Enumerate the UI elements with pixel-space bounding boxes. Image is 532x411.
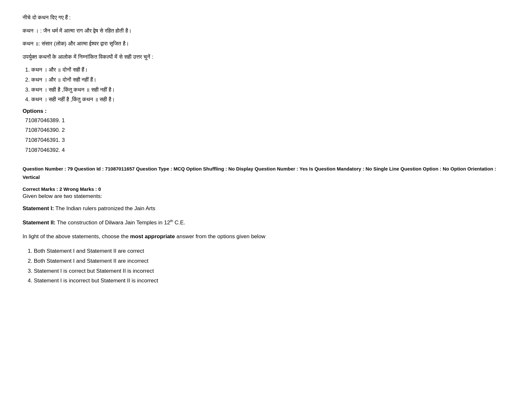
hindi-numbered-option-1: 1. कथन । और ॥ दोनों सही हैं। [25, 65, 509, 75]
in-light-paragraph: In light of the above statements, choose… [23, 232, 509, 241]
statement-1: Statement I: The Indian rulers patronize… [23, 204, 509, 213]
english-option-4: 4. Statement I is incorrect but Statemen… [28, 276, 509, 286]
english-option-1: 1. Both Statement I and Statement II are… [28, 246, 509, 256]
option-value-1: 71087046389. 1 [25, 116, 509, 126]
in-light-suffix: answer from the options given below [175, 233, 265, 240]
statement-2: Statement II: The construction of Dilwar… [23, 218, 509, 228]
statement1-label: Statement I: [23, 205, 54, 211]
english-options-list: 1. Both Statement I and Statement II are… [25, 246, 509, 286]
statement2-text: The construction of Dilwara Jain Temples… [55, 220, 170, 226]
statement2-suffix: C.E. [173, 220, 185, 226]
option-value-3: 71087046391. 3 [25, 135, 509, 145]
question-meta: Question Number : 79 Question Id : 71087… [23, 165, 509, 181]
hindi-line-3: कथन ॥: संसार (लोक) और आत्मा ईश्वर द्वारा… [23, 39, 509, 49]
option-value-2: 71087046390. 2 [25, 125, 509, 135]
question-intro: Given below are two statements: [23, 193, 509, 200]
hindi-line-1: नीचे दो कथन दिए गए हैं : [23, 13, 509, 23]
in-light-bold: most appropriate [130, 233, 175, 240]
hindi-numbered-option-4: 4. कथन । सही नहीं है ,किंतु कथन ॥ सही है… [25, 95, 509, 105]
options-label: Options : [23, 108, 509, 114]
statement2-sup: th [170, 219, 173, 223]
in-light-prefix: In light of the above statements, choose… [23, 233, 130, 240]
intro-text: Given below are two statements: [23, 193, 102, 199]
english-option-3: 3. Statement I is correct but Statement … [28, 266, 509, 276]
hindi-line-2: कथन । : जैन धर्म में आत्मा राग और द्वेष … [23, 26, 509, 36]
marks-line: Correct Marks : 2 Wrong Marks : 0 [23, 186, 509, 192]
current-question-block: Question Number : 79 Question Id : 71087… [23, 165, 509, 286]
hindi-line-4: उपर्युक्त कथनों के आलोक में निम्नांकित व… [23, 52, 509, 62]
statement1-text: The Indian rulers patronized the Jain Ar… [54, 205, 155, 211]
option-value-4: 71087046392. 4 [25, 145, 509, 155]
statement2-label: Statement II: [23, 220, 55, 226]
meta-text: Question Number : 79 Question Id : 71087… [23, 166, 496, 180]
english-option-2: 2. Both Statement I and Statement II are… [28, 256, 509, 266]
previous-question-block: नीचे दो कथन दिए गए हैं : कथन । : जैन धर्… [23, 13, 509, 155]
hindi-numbered-option-3: 3. कथन । सही है ,किंतु कथन ॥ सही नहीं है… [25, 85, 509, 95]
hindi-numbered-option-2: 2. कथन । और ॥ दोनों सही नहीं हैं। [25, 75, 509, 85]
